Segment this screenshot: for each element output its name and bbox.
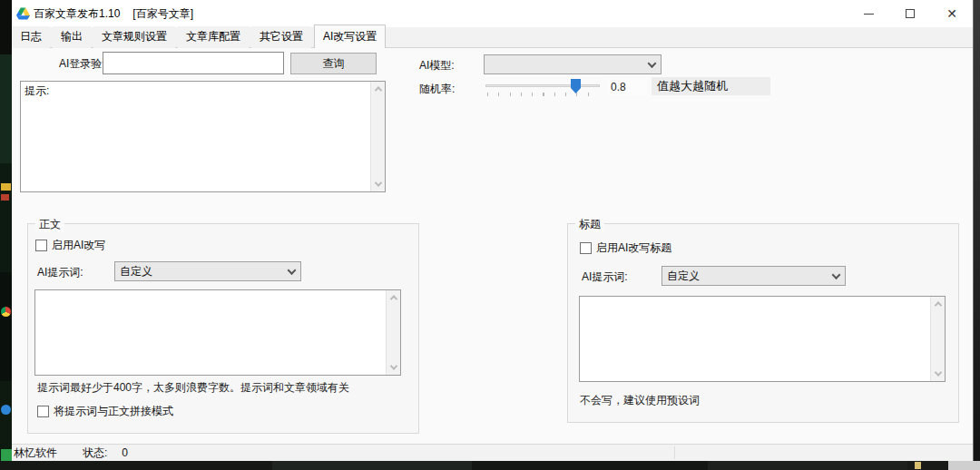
body-textarea-scrollbar[interactable] <box>386 290 400 375</box>
query-button[interactable]: 查询 <box>290 53 377 74</box>
concat-mode-checkbox[interactable]: 将提示词与正文拼接模式 <box>37 404 173 419</box>
concat-mode-label: 将提示词与正文拼接模式 <box>54 404 173 419</box>
desktop-fragment-panel <box>948 461 980 470</box>
tab-log[interactable]: 日志 <box>12 26 50 48</box>
scroll-down-icon[interactable] <box>931 367 946 381</box>
hint-textarea[interactable]: 提示: <box>20 81 386 192</box>
scroll-down-icon[interactable] <box>387 360 401 375</box>
minimize-icon <box>864 14 874 15</box>
tab-other-settings[interactable]: 其它设置 <box>251 26 311 48</box>
body-prompt-combobox[interactable]: 自定义 <box>114 261 301 281</box>
random-rate-hint: 值越大越随机 <box>652 77 770 95</box>
statusbar-status-value: 0 <box>122 446 128 459</box>
scroll-up-icon[interactable] <box>931 297 946 311</box>
body-groupbox: 正文 启用AI改写 AI提示词: 自定义 提示词最好少于400字，太多则浪费字数… <box>27 223 419 434</box>
body-prompt-label: AI提示词: <box>37 265 83 280</box>
title-group-title: 标题 <box>575 217 604 232</box>
tab-output[interactable]: 输出 <box>53 26 91 48</box>
chevron-down-icon <box>648 59 657 68</box>
body-group-title: 正文 <box>35 217 64 232</box>
scroll-up-icon[interactable] <box>371 82 386 96</box>
desktop-fragment-yellow <box>915 462 921 469</box>
desktop-background-bottom <box>0 461 980 470</box>
tabstrip: 日志 输出 文章规则设置 文章库配置 其它设置 AI改写设置 <box>12 27 973 48</box>
hint-textarea-scrollbar[interactable] <box>370 82 385 191</box>
title-groupbox: 标题 启用AI改写标题 AI提示词: 自定义 不会写，建议使用预设词 <box>567 223 959 423</box>
random-rate-label: 随机率: <box>419 82 455 97</box>
desktop-icon-blue <box>1 405 11 415</box>
title-prompt-textarea[interactable] <box>579 296 946 382</box>
app-logo-icon <box>16 7 30 20</box>
enable-ai-rewrite-checkbox[interactable]: 启用AI改写 <box>35 238 105 253</box>
checkbox-icon[interactable] <box>37 406 49 417</box>
desktop-icon-red <box>1 194 9 201</box>
chevron-down-icon <box>288 266 297 275</box>
title-prompt-hint: 不会写，建议使用预设词 <box>580 393 700 408</box>
title-prompt-combobox[interactable]: 自定义 <box>662 266 846 286</box>
tab-article-library[interactable]: 文章库配置 <box>178 26 249 48</box>
maximize-button[interactable] <box>889 0 931 27</box>
scroll-up-icon[interactable] <box>387 290 401 305</box>
random-rate-slider[interactable] <box>485 78 600 98</box>
window-controls: ✕ <box>848 0 973 27</box>
scroll-down-icon[interactable] <box>371 177 386 191</box>
tab-article-rules[interactable]: 文章规则设置 <box>93 26 175 48</box>
title-prompt-value: 自定义 <box>667 269 700 284</box>
enable-ai-rewrite-title-checkbox[interactable]: 启用AI改写标题 <box>580 240 671 256</box>
statusbar-divider <box>674 446 675 459</box>
close-button[interactable]: ✕ <box>931 0 973 27</box>
hint-textarea-text: 提示: <box>24 83 49 99</box>
statusbar-brand: 林忆软件 <box>14 446 57 461</box>
body-prompt-textarea[interactable] <box>34 289 401 376</box>
desktop-background-left <box>0 0 12 470</box>
random-rate-value: 0.8 <box>607 79 647 95</box>
title-textarea-scrollbar[interactable] <box>930 297 945 381</box>
window-subtitle: [百家号文章] <box>132 6 193 22</box>
statusbar-status-label: 状态: <box>83 446 107 461</box>
app-window: 百家文章发布1.10 [百家号文章] ✕ 日志 输出 文章规则设置 文章库配置 … <box>12 0 974 461</box>
titlebar[interactable]: 百家文章发布1.10 [百家号文章] ✕ <box>12 0 973 27</box>
slider-track[interactable] <box>485 84 600 87</box>
title-prompt-label: AI提示词: <box>582 269 628 285</box>
desktop-icon-yellow <box>1 183 11 191</box>
close-icon: ✕ <box>946 7 957 20</box>
chrome-icon <box>1 307 11 317</box>
enable-ai-rewrite-title-label: 启用AI改写标题 <box>596 240 671 256</box>
tab-ai-rewrite-settings[interactable]: AI改写设置 <box>314 24 386 48</box>
minimize-button[interactable] <box>848 0 889 27</box>
slider-thumb[interactable] <box>571 79 581 93</box>
body-prompt-value: 自定义 <box>120 264 152 279</box>
chevron-down-icon <box>832 270 841 279</box>
captcha-input[interactable] <box>103 52 284 74</box>
enable-ai-rewrite-label: 启用AI改写 <box>52 238 105 253</box>
statusbar: 林忆软件 状态: 0 <box>12 444 973 461</box>
checkbox-icon[interactable] <box>580 242 592 254</box>
window-title: 百家文章发布1.10 <box>34 6 120 22</box>
ai-model-combobox[interactable] <box>484 54 662 74</box>
ai-rewrite-settings-panel: AI登录验证码: 查询 提示: AI模型: 随机率: 0.8 值越大越随机 <box>12 48 973 444</box>
slider-ticks <box>487 93 598 96</box>
ai-model-label: AI模型: <box>419 58 455 73</box>
desktop-background-right <box>974 0 980 461</box>
body-prompt-hint: 提示词最好少于400字，太多则浪费字数。提示词和文章领域有关 <box>37 380 349 396</box>
checkbox-icon[interactable] <box>35 240 47 251</box>
maximize-icon <box>906 9 915 18</box>
